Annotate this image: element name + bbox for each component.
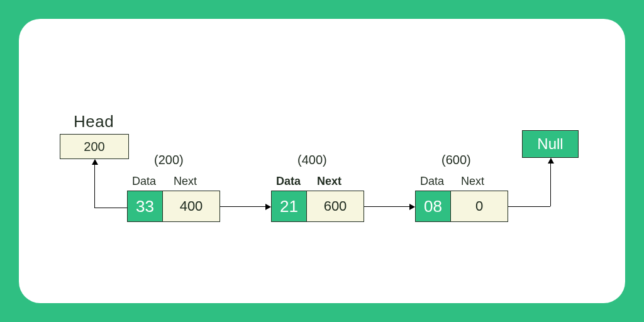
head-label: Head <box>74 112 114 131</box>
arrow-1-2 <box>220 206 270 207</box>
node-2-data-label: Data <box>276 175 301 188</box>
node-3-next-label: Next <box>461 175 484 188</box>
arrow-null-vertical <box>550 158 551 206</box>
node-2: 21 600 <box>271 191 364 222</box>
node-3-next: 0 <box>451 191 508 221</box>
node-3-data-label: Data <box>420 175 444 188</box>
node-3-data: 08 <box>416 191 451 221</box>
node-1-data: 33 <box>128 191 163 221</box>
node-2-next: 600 <box>307 191 364 221</box>
node-1-data-label: Data <box>132 175 156 188</box>
diagram-canvas: Head 200 (200) Data Next 33 400 (400) Da… <box>19 19 625 303</box>
node-1-next-label: Next <box>174 175 197 188</box>
arrow-head-vertical <box>94 160 95 208</box>
null-box: Null <box>522 130 579 158</box>
node-2-address: (400) <box>297 153 327 167</box>
node-1-address: (200) <box>154 153 184 167</box>
arrow-null-horizontal <box>508 206 550 207</box>
node-1-next: 400 <box>163 191 219 221</box>
node-3: 08 0 <box>415 191 508 222</box>
node-2-data: 21 <box>272 191 307 221</box>
arrow-head-horizontal <box>94 208 127 208</box>
node-1: 33 400 <box>127 191 220 222</box>
null-label: Null <box>537 135 563 153</box>
linked-list-diagram: Head 200 (200) Data Next 33 400 (400) Da… <box>19 19 625 303</box>
head-value: 200 <box>84 140 104 154</box>
head-box: 200 <box>60 134 129 159</box>
arrow-2-3 <box>364 206 414 207</box>
node-3-address: (600) <box>441 153 471 167</box>
node-2-next-label: Next <box>317 175 341 188</box>
